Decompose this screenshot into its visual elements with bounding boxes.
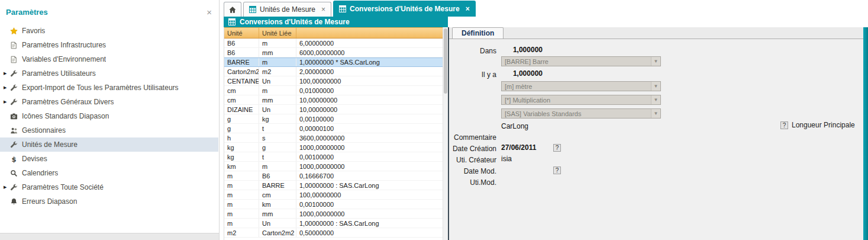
sidebar-item-label: Icônes Standards Diapason bbox=[22, 112, 109, 120]
sidebar-item-favoris[interactable]: Favoris bbox=[0, 24, 218, 38]
table-row[interactable]: kgg1000,00000000 bbox=[224, 143, 443, 152]
sidebar-item-erreurs-diapason[interactable]: Erreurs Diapason bbox=[0, 194, 218, 209]
cell-unite-liee: m bbox=[259, 86, 296, 95]
table-row[interactable]: cmm0,01000000 bbox=[224, 86, 443, 95]
table-row[interactable]: Carton2m2m22,00000000 bbox=[224, 67, 443, 76]
table-row[interactable]: mkm0,00100000 bbox=[224, 200, 443, 209]
tab-unites-de-mesure[interactable]: Unités de Mesure × bbox=[243, 2, 331, 17]
sidebar-item-icones-standards-diapason[interactable]: Icônes Standards Diapason bbox=[0, 109, 218, 123]
close-icon[interactable]: × bbox=[206, 8, 212, 17]
expand-arrow-icon[interactable]: ▶ bbox=[4, 185, 10, 190]
variable-value: CarLong bbox=[501, 122, 528, 130]
date-mod-help-button[interactable]: ? bbox=[553, 167, 561, 174]
table-row[interactable]: BARREm1,00000000 * SAS.CarLong bbox=[224, 57, 443, 67]
cell-unite-liee: cm bbox=[259, 190, 296, 199]
cell-unite-liee: t bbox=[259, 124, 296, 133]
sidebar-item-parametres-utilisateurs[interactable]: ▶Paramètres Utilisateurs bbox=[0, 66, 218, 81]
wrench-icon bbox=[10, 98, 22, 106]
star-icon bbox=[10, 27, 22, 35]
cell-unite: m bbox=[224, 209, 259, 218]
sidebar-item-variables-d-environnement[interactable]: Variables d'Environnement bbox=[0, 52, 218, 66]
dans-value-field[interactable]: 1,000000 bbox=[501, 46, 543, 54]
table-row[interactable]: mmm1000,00000000 bbox=[224, 209, 443, 219]
cell-unite-liee: kg bbox=[259, 114, 296, 123]
cell-unite-liee: Un bbox=[259, 219, 296, 228]
document-icon bbox=[10, 41, 22, 49]
tab-definition[interactable]: Définition bbox=[452, 27, 504, 39]
table-row[interactable]: hs3600,00000000 bbox=[224, 133, 443, 143]
cell-unite-liee: s bbox=[259, 133, 296, 142]
table-row[interactable]: mBARRE1,00000000 : SAS.CarLong bbox=[224, 181, 443, 190]
svg-text:$: $ bbox=[11, 155, 16, 163]
help-icon[interactable]: ? bbox=[780, 121, 788, 129]
tab-conversions-unites[interactable]: Conversions d'Unités de Mesure × bbox=[333, 1, 476, 17]
sidebar: Paramètres × FavorisParamètres Infrastru… bbox=[0, 0, 220, 240]
tab-label: Définition bbox=[462, 29, 494, 37]
table-row[interactable]: DIZAINEUn10,00000000 bbox=[224, 105, 443, 114]
sidebar-item-unites-de-mesure[interactable]: Unités de Mesure bbox=[0, 137, 218, 152]
cell-unite: km bbox=[224, 162, 259, 171]
expand-arrow-icon[interactable]: ▶ bbox=[4, 100, 10, 104]
cell-unite: m bbox=[224, 200, 259, 209]
expand-arrow-icon[interactable]: ▶ bbox=[4, 71, 10, 76]
sidebar-item-label: Calendriers bbox=[22, 169, 58, 177]
table-row[interactable]: B6m6,00000000 bbox=[224, 39, 443, 48]
table-row[interactable]: kgt0,00100000 bbox=[224, 152, 443, 162]
expand-arrow-icon[interactable]: ▶ bbox=[4, 85, 10, 90]
variable-type-select[interactable]: [SAS] Variables Standards ▼ bbox=[501, 108, 661, 119]
sidebar-item-parametres-generaux-divers[interactable]: ▶Paramètres Généraux Divers bbox=[0, 95, 218, 109]
operation-select[interactable]: [*] Multiplication ▼ bbox=[501, 95, 661, 105]
panel-scrollbar[interactable] bbox=[863, 27, 868, 240]
dans-unit-select[interactable]: [BARRE] Barre ▼ bbox=[501, 56, 661, 66]
tab-home[interactable] bbox=[224, 2, 241, 17]
chevron-down-icon[interactable]: ▼ bbox=[651, 95, 660, 104]
definition-form: Dans 1,000000 [BARRE] Barre ▼ Il y a 1,0… bbox=[449, 39, 863, 240]
tab-bar: Unités de Mesure × Conversions d'Unités … bbox=[224, 1, 476, 17]
target-unit-select[interactable]: [m] mètre ▼ bbox=[501, 81, 661, 91]
home-icon bbox=[228, 6, 237, 14]
tab-close-icon[interactable]: × bbox=[321, 6, 325, 13]
column-header-value[interactable] bbox=[296, 28, 443, 38]
sidebar-item-parametres-toute-societe[interactable]: ▶Paramètres Toute Société bbox=[0, 180, 218, 194]
select-value: [BARRE] Barre bbox=[505, 58, 651, 65]
chevron-down-icon[interactable]: ▼ bbox=[651, 57, 660, 66]
table-row[interactable]: B6mm6000,00000000 bbox=[224, 48, 443, 57]
date-creation-help-button[interactable]: ? bbox=[553, 144, 561, 152]
table-row[interactable]: mUn1,00000000 : SAS.CarLong bbox=[224, 219, 443, 228]
chevron-down-icon[interactable]: ▼ bbox=[651, 109, 660, 118]
dollar-icon: $ bbox=[10, 155, 22, 163]
table-row[interactable]: cmmm10,00000000 bbox=[224, 95, 443, 105]
chevron-down-icon[interactable]: ▼ bbox=[651, 82, 660, 91]
scrollbar-thumb[interactable] bbox=[444, 28, 447, 94]
table-row[interactable]: mB60,16666700 bbox=[224, 171, 443, 181]
sidebar-header: Paramètres × bbox=[0, 0, 219, 24]
cell-value: 100,00000000 bbox=[296, 190, 443, 199]
table-row[interactable]: kmm1000,00000000 bbox=[224, 162, 443, 171]
sidebar-item-devises[interactable]: $Devises bbox=[0, 152, 218, 166]
cell-unite-liee: mm bbox=[259, 209, 296, 218]
sidebar-item-gestionnaires[interactable]: Gestionnaires bbox=[0, 123, 218, 137]
cell-unite: m bbox=[224, 219, 259, 228]
table-row[interactable]: gt0,00000100 bbox=[224, 124, 443, 133]
sidebar-item-label: Favoris bbox=[22, 27, 45, 35]
sidebar-item-export-import-de-tous-les-parametres-utilisateurs[interactable]: ▶Export-Import de Tous les Paramètres Ut… bbox=[0, 81, 218, 95]
column-header-unite-liee[interactable]: Unité Liée bbox=[259, 28, 296, 38]
table-row[interactable]: m2Carton2m20,50000000 bbox=[224, 228, 443, 238]
table-header: Unité Unité Liée bbox=[224, 27, 443, 39]
table-row[interactable]: mcm100,00000000 bbox=[224, 190, 443, 200]
sidebar-item-label: Paramètres Toute Société bbox=[22, 183, 104, 191]
column-header-unite[interactable]: Unité bbox=[224, 28, 259, 38]
cell-unite: cm bbox=[224, 86, 259, 95]
sidebar-item-parametres-infrastructures[interactable]: Paramètres Infrastructures bbox=[0, 38, 218, 52]
select-value: [SAS] Variables Standards bbox=[505, 110, 651, 117]
cell-unite: DIZAINE bbox=[224, 105, 259, 114]
conversions-table: Unité Unité Liée B6m6,00000000B6mm6000,0… bbox=[224, 27, 443, 240]
sidebar-item-calendriers[interactable]: Calendriers bbox=[0, 166, 218, 180]
tab-close-icon[interactable]: × bbox=[466, 5, 470, 12]
table-scrollbar[interactable] bbox=[443, 27, 448, 240]
table-row[interactable]: gkg0,00100000 bbox=[224, 114, 443, 124]
longueur-principale-checkbox[interactable]: ? Longueur Principale bbox=[780, 121, 855, 129]
table-row[interactable]: CENTAINEUn100,00000000 bbox=[224, 76, 443, 86]
sidebar-item-label: Export-Import de Tous les Paramètres Uti… bbox=[22, 84, 179, 92]
il-y-a-value-field[interactable]: 1,000000 bbox=[501, 69, 543, 78]
